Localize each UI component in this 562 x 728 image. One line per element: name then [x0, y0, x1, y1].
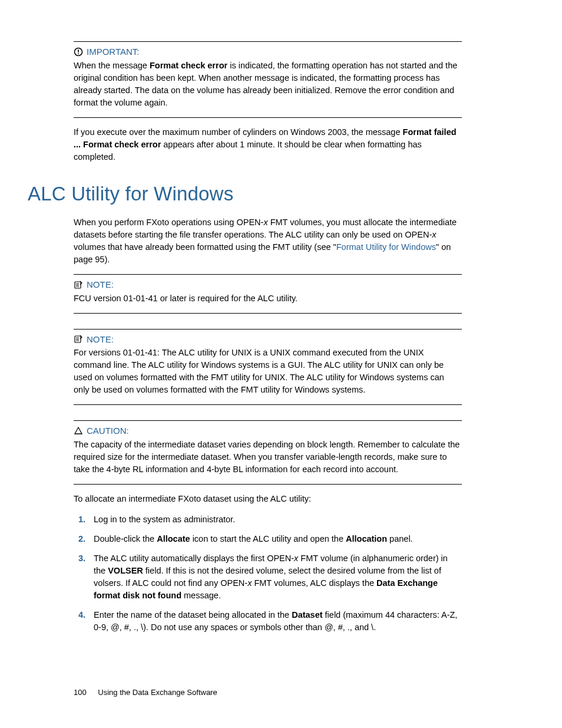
paragraph: If you execute over the maximum number o… [74, 126, 462, 163]
text: The ALC utility automatically displays t… [94, 554, 294, 563]
xref-link[interactable]: Format Utility for Windows [336, 242, 436, 252]
step-number: 4. [74, 609, 85, 634]
caution-label: CAUTION: [87, 424, 129, 437]
spacer [74, 314, 462, 329]
note-label: NOTE: [87, 278, 114, 291]
rule [74, 41, 462, 42]
step-number: 3. [74, 552, 85, 602]
text-bold: VOLSER [108, 566, 143, 575]
text-italic: x [263, 218, 267, 227]
text-bold: Allocate [157, 534, 190, 543]
important-admonition: IMPORTANT: When the message Format check… [74, 45, 462, 114]
rule [74, 329, 462, 330]
section-heading: ALC Utility for Windows [28, 180, 462, 208]
admon-header: IMPORTANT: [74, 45, 462, 58]
spacer [74, 405, 462, 420]
list-item: 2. Double-click the Allocate icon to sta… [74, 533, 462, 545]
text-bold: Allocation [346, 534, 387, 543]
rule [74, 117, 462, 118]
important-body: When the message Format check error is i… [74, 58, 462, 114]
note-body: FCU version 01-01-41 or later is require… [74, 291, 462, 309]
rule [74, 420, 462, 421]
intro-paragraph: When you perform FXoto operations using … [74, 216, 462, 266]
admon-header: NOTE: [74, 278, 462, 291]
text-bold: Format check error [150, 61, 227, 70]
text: panel. [387, 534, 413, 543]
ordered-steps: 1. Log in to the system as administrator… [74, 513, 462, 634]
step-number: 1. [74, 513, 85, 526]
page-footer: 100 Using the Data Exchange Software [74, 687, 217, 699]
step-text: The ALC utility automatically displays t… [94, 552, 462, 602]
text: icon to start the ALC utility and open t… [190, 534, 346, 543]
note-admonition: NOTE: For versions 01-01-41: The ALC uti… [74, 333, 462, 401]
important-icon [74, 47, 83, 57]
list-item: 1. Log in to the system as administrator… [74, 513, 462, 526]
note-body: For versions 01-01-41: The ALC utility f… [74, 345, 462, 401]
caution-icon [74, 426, 83, 436]
text-bold: Dataset [292, 610, 322, 620]
text: Double-click the [94, 534, 157, 543]
rule [74, 274, 462, 275]
text: message. [181, 591, 221, 600]
caution-admonition: CAUTION: The capacity of the intermediat… [74, 424, 462, 480]
note-icon [74, 334, 83, 344]
svg-rect-1 [78, 50, 79, 52]
svg-rect-2 [78, 53, 79, 54]
note-icon [74, 280, 83, 289]
step-text: Enter the name of the dataset being allo… [94, 609, 462, 634]
paragraph: To allocate an intermediate FXoto datase… [74, 493, 462, 505]
text: Enter the name of the dataset being allo… [94, 610, 292, 620]
page-number: 100 [74, 688, 87, 697]
step-text: Double-click the Allocate icon to start … [94, 533, 462, 545]
text-italic: x [432, 230, 436, 239]
step-text: Log in to the system as administrator. [94, 513, 462, 526]
document-page: IMPORTANT: When the message Format check… [0, 0, 562, 728]
note-admonition: NOTE: FCU version 01-01-41 or later is r… [74, 278, 462, 309]
caution-body: The capacity of the intermediate dataset… [74, 437, 462, 480]
note-label: NOTE: [87, 333, 114, 346]
step-number: 2. [74, 533, 85, 545]
text: If you execute over the maximum number o… [74, 127, 403, 137]
text: When the message [74, 61, 150, 70]
text: FMT volumes, ALC displays the [252, 578, 376, 588]
admon-header: CAUTION: [74, 424, 462, 437]
footer-title: Using the Data Exchange Software [98, 688, 217, 697]
list-item: 4. Enter the name of the dataset being a… [74, 609, 462, 634]
list-item: 3. The ALC utility automatically display… [74, 552, 462, 602]
important-label: IMPORTANT: [87, 45, 139, 58]
text: When you perform FXoto operations using … [74, 218, 263, 227]
admon-header: NOTE: [74, 333, 462, 346]
rule [74, 484, 462, 485]
text: volumes that have already been formatted… [74, 242, 336, 252]
